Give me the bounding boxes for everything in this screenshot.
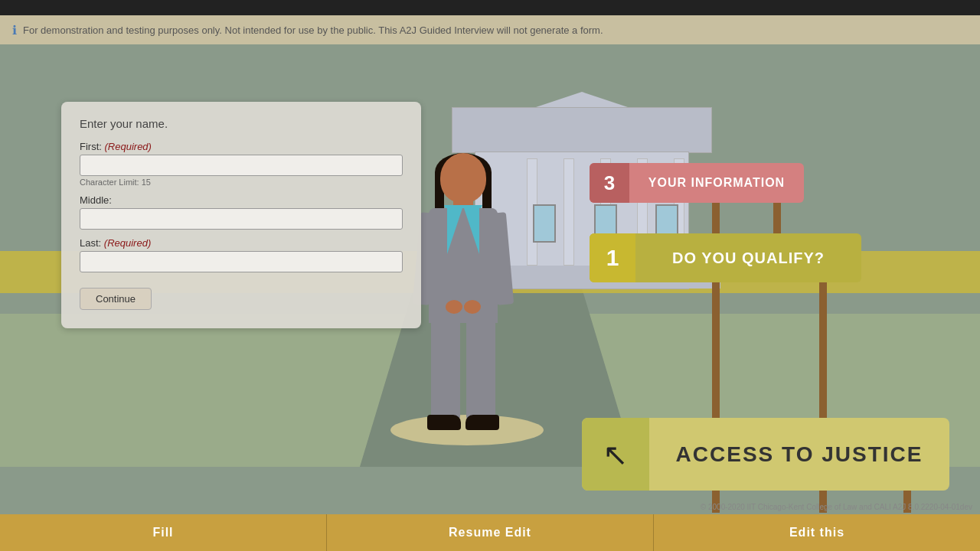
sign-your-information: 3 YOUR INFORMATION	[590, 163, 804, 203]
last-name-input[interactable]	[80, 251, 403, 272]
copyright: © 2000-2020 IIT Chicago-Kent College of …	[701, 503, 972, 511]
info-text: For demonstration and testing purposes o…	[23, 24, 603, 36]
char-limit: Character Limit: 15	[80, 178, 403, 187]
building-roof	[452, 107, 712, 153]
sign-qualify: 1 DO YOU QUALIFY?	[590, 233, 861, 282]
top-bar	[0, 0, 980, 15]
person-head	[440, 153, 486, 203]
sign-qualify-number: 1	[590, 233, 635, 282]
sign-your-info-number: 3	[590, 163, 629, 203]
person-jacket	[429, 208, 498, 323]
sign-access-to-justice: ↖ ACCESS TO JUSTICE	[582, 418, 949, 491]
continue-button[interactable]: Continue	[80, 288, 152, 310]
last-name-group: Last: (Required)	[80, 237, 403, 272]
sign-access-icon-box: ↖	[582, 418, 649, 491]
last-required: (Required)	[104, 237, 151, 249]
window	[533, 204, 556, 243]
person-pants-right	[466, 320, 495, 419]
info-bar: ℹ For demonstration and testing purposes…	[0, 15, 980, 44]
person-hand-right	[464, 300, 481, 314]
last-name-label: Last: (Required)	[80, 237, 403, 249]
person-hand-left	[446, 300, 462, 314]
first-name-label: First: (Required)	[80, 141, 403, 152]
sign-qualify-text: DO YOU QUALIFY?	[635, 249, 861, 267]
middle-name-label: Middle:	[80, 194, 403, 206]
scene: 3 YOUR INFORMATION 1 DO YOU QUALIFY? ↖ A…	[0, 44, 980, 513]
person-shoe-left	[427, 415, 461, 430]
sign-access-text: ACCESS TO JUSTICE	[649, 442, 949, 467]
cursor-icon: ↖	[603, 437, 629, 472]
form-panel: Enter your name. First: (Required) Chara…	[61, 102, 421, 328]
person-pants-left	[431, 320, 460, 419]
info-icon: ℹ	[12, 23, 17, 37]
middle-name-group: Middle:	[80, 194, 403, 230]
edit-button[interactable]: Edit this	[654, 514, 980, 551]
first-name-input[interactable]	[80, 155, 403, 176]
first-required: (Required)	[105, 141, 152, 152]
person-avatar	[413, 153, 513, 444]
person-shoe-right	[466, 415, 499, 430]
first-name-group: First: (Required) Character Limit: 15	[80, 141, 403, 187]
middle-name-input[interactable]	[80, 208, 403, 230]
resume-edit-button[interactable]: Resume Edit	[327, 514, 654, 551]
fill-button[interactable]: Fill	[0, 514, 327, 551]
bottom-toolbar: Fill Resume Edit Edit this	[0, 514, 980, 551]
sign-your-info-text: YOUR INFORMATION	[629, 176, 804, 190]
form-prompt: Enter your name.	[80, 117, 403, 130]
